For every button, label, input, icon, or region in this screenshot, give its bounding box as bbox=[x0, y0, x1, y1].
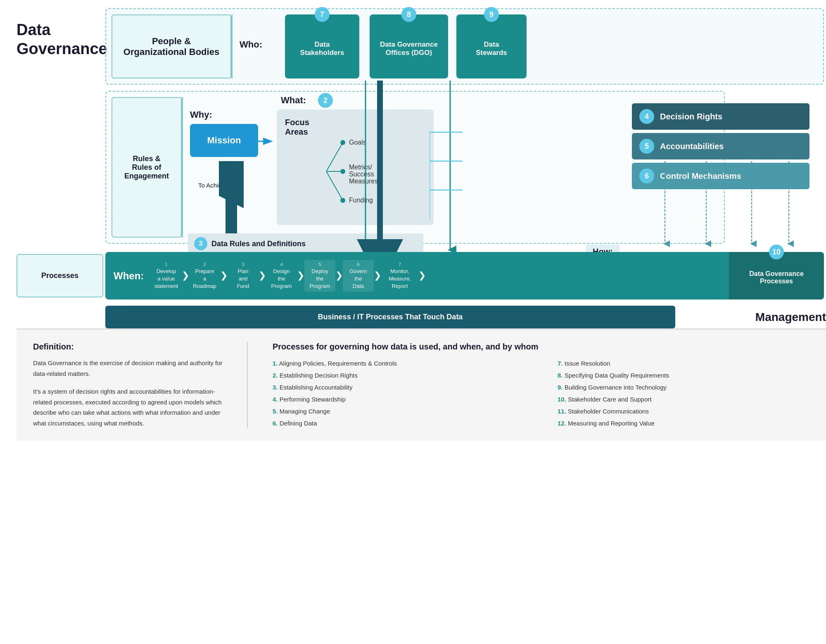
mission-box: Mission bbox=[190, 124, 258, 157]
people-box-8-text: Data GovernanceOffices (DGO) bbox=[380, 40, 438, 57]
process-step-1: 1Developa valuestatement bbox=[151, 260, 182, 292]
definition-heading: Definition: bbox=[33, 342, 230, 352]
processes-governing-column: Processes for governing how data is used… bbox=[273, 342, 809, 428]
people-box-9: 9 DataStewards bbox=[456, 14, 527, 78]
focus-decision-svg bbox=[430, 112, 636, 227]
proc-item-5: 5. Managing Change bbox=[273, 408, 525, 415]
processes-governing-grid: 1. Aligning Policies, Requirements & Con… bbox=[273, 360, 809, 427]
process-bar: When: 1Developa valuestatement ❯ 2Prepar… bbox=[105, 252, 824, 299]
number-circle-2: 2 bbox=[318, 93, 333, 108]
process-step-2: 2PrepareaRoadmap bbox=[189, 260, 220, 292]
upward-arrow bbox=[219, 161, 244, 244]
dg-processes-box: 10 Data GovernanceProcesses bbox=[729, 252, 824, 299]
proc-item-2: 2. Establishing Decision Rights bbox=[273, 372, 525, 379]
processes-right-col: 7. Issue Resolution 8. Specifying Data Q… bbox=[558, 360, 809, 427]
title-block: DataGovernance bbox=[17, 21, 99, 58]
process-step-3: 3PlanandFund bbox=[228, 260, 259, 292]
why-label: Why: bbox=[190, 109, 212, 120]
rules-label: Rules & Rules of Engagement bbox=[124, 154, 169, 181]
definition-para1: Data Governance is the exercise of decis… bbox=[33, 358, 230, 379]
number-circle-8: 8 bbox=[401, 7, 416, 22]
rules-brace bbox=[182, 97, 183, 238]
proc-item-8: 8. Specifying Data Quality Requirements bbox=[558, 372, 809, 379]
people-box-7-text: DataStakeholders bbox=[300, 40, 344, 57]
people-box-8: 8 Data GovernanceOffices (DGO) bbox=[370, 14, 448, 78]
proc-item-9: 9. Building Governance into Technology bbox=[558, 384, 809, 391]
proc-item-4: 4. Performing Stewardship bbox=[273, 396, 525, 403]
mission-arrow bbox=[256, 136, 273, 147]
number-circle-9: 9 bbox=[484, 7, 499, 22]
proc-item-12: 12. Measuring and Reporting Value bbox=[558, 420, 809, 427]
what-label: What: bbox=[281, 95, 306, 106]
proc-item-7: 7. Issue Resolution bbox=[558, 360, 809, 367]
number-circle-7: 7 bbox=[315, 7, 330, 22]
downward-arrows-svg bbox=[318, 81, 413, 266]
number-circle-4: 4 bbox=[639, 109, 654, 124]
accountabilities-label: Accountabilities bbox=[660, 142, 724, 151]
people-org-label-box: People & Organizational Bodies bbox=[112, 14, 231, 78]
when-label: When: bbox=[114, 270, 145, 282]
processes-label: Processes bbox=[41, 271, 78, 280]
processes-left-col: 1. Aligning Policies, Requirements & Con… bbox=[273, 360, 525, 427]
data-rules-number: 3 bbox=[194, 237, 207, 250]
proc-item-6: 6. Defining Data bbox=[273, 420, 525, 427]
decision-item-4: 4 Decision Rights bbox=[632, 103, 809, 130]
proc-item-3: 3. Establishing Accountability bbox=[273, 384, 525, 391]
process-step-4: 4DesigntheProgram bbox=[266, 260, 297, 292]
mission-label: Mission bbox=[207, 135, 241, 146]
people-box-7: 7 DataStakeholders bbox=[285, 14, 359, 78]
people-box-9-text: DataStewards bbox=[476, 40, 507, 57]
process-steps: 1Developa valuestatement ❯ 2PrepareaRoad… bbox=[151, 260, 729, 292]
process-step-6: 6GoverntheData bbox=[343, 260, 374, 292]
people-org-label: People & Organizational Bodies bbox=[123, 36, 219, 57]
process-step-7: 7Monitor,Measure,Report bbox=[381, 260, 418, 292]
bottom-section: Definition: Data Governance is the exerc… bbox=[17, 328, 826, 441]
definition-column: Definition: Data Governance is the exerc… bbox=[33, 342, 248, 428]
diagram-area: DataGovernance People & Organizational B… bbox=[17, 8, 826, 322]
data-rules-label: Data Rules and Definitions bbox=[211, 240, 306, 248]
proc-item-11: 11. Stakeholder Communications bbox=[558, 408, 809, 415]
page-title: DataGovernance bbox=[17, 21, 99, 58]
main-container: DataGovernance People & Organizational B… bbox=[0, 0, 826, 449]
management-label: Management bbox=[755, 311, 826, 324]
processes-governing-heading: Processes for governing how data is used… bbox=[273, 342, 809, 352]
process-step-5: 5DeploytheProgram bbox=[304, 260, 335, 292]
decision-item-5: 5 Accountabilities bbox=[632, 133, 809, 159]
who-label: Who: bbox=[240, 39, 262, 50]
management-area: Management bbox=[603, 306, 826, 328]
brace-line bbox=[231, 14, 233, 78]
definition-para2: It's a system of decision rights and acc… bbox=[33, 386, 230, 428]
rules-label-box: Rules & Rules of Engagement bbox=[112, 97, 182, 238]
business-bar: Business / IT Processes That Touch Data bbox=[105, 306, 675, 328]
business-bar-label: Business / IT Processes That Touch Data bbox=[318, 313, 463, 321]
proc-item-1: 1. Aligning Policies, Requirements & Con… bbox=[273, 360, 525, 367]
decision-rights-label: Decision Rights bbox=[660, 112, 722, 121]
decision-arrows-svg bbox=[632, 161, 809, 248]
number-circle-5: 5 bbox=[639, 139, 654, 154]
processes-label-box: Processes bbox=[17, 254, 103, 297]
proc-item-10: 10. Stakeholder Care and Support bbox=[558, 396, 809, 403]
dg-processes-label: Data GovernanceProcesses bbox=[749, 270, 804, 285]
